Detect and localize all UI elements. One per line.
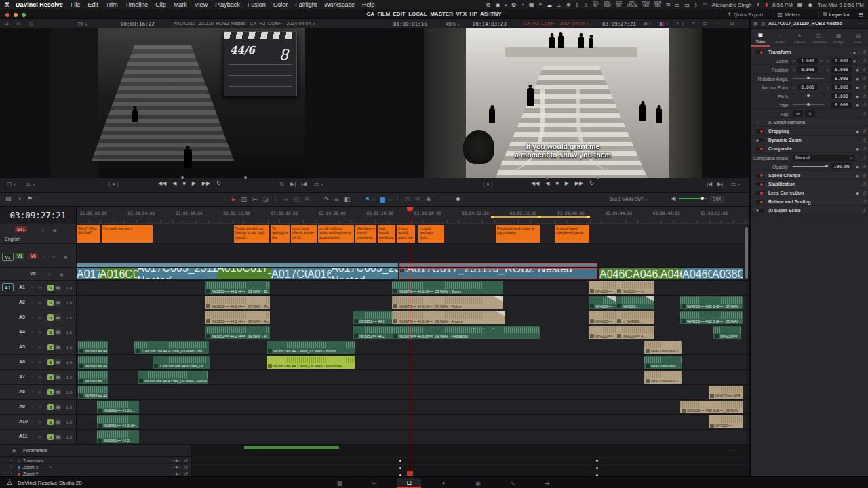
display-mirror-icon[interactable]: ⧉ xyxy=(666,1,670,8)
video-clip[interactable]: A016C017_231110_ROBZ ... xyxy=(217,268,271,279)
audio-track-label[interactable]: A9 xyxy=(19,404,25,409)
audio-clip[interactable]: IW4220== xyxy=(709,415,743,428)
user-icon[interactable]: ☻ xyxy=(807,2,812,8)
inspector-row-flip[interactable]: Flip⇄⇅↺ xyxy=(751,109,868,118)
audio-clip[interactable]: IW4220== xyxy=(713,326,741,339)
audio-clip[interactable]: IW4229== 46A 1 xyxy=(589,311,616,324)
menu-view[interactable]: View xyxy=(195,1,208,8)
audio-clip[interactable]: IW3951== 44.2 t... xyxy=(97,401,139,413)
reset-icon[interactable]: ↺ xyxy=(184,465,188,470)
shutter-icon[interactable]: ❂ xyxy=(512,2,517,8)
dynamic-trim-mode-icon[interactable]: ◪ xyxy=(263,196,269,203)
razor-edit-mode-icon[interactable]: ✂ xyxy=(252,196,258,203)
curve-editor-icon[interactable]: ⌒ xyxy=(4,448,9,455)
playhead[interactable] xyxy=(410,211,410,476)
solo-button[interactable]: S xyxy=(47,329,54,336)
solo-button[interactable]: S xyxy=(47,419,54,425)
window-icon[interactable]: ▪ xyxy=(505,2,507,8)
track-lock-icon[interactable]: ▫ xyxy=(31,345,33,349)
gang-viewers-icon[interactable]: 🜁∨ xyxy=(26,181,35,187)
subtitle-clip[interactable]: most loyal clients a one-off di... xyxy=(291,225,317,243)
toggle-transform[interactable] xyxy=(755,50,764,54)
mute-button[interactable]: M xyxy=(55,314,61,321)
solo-button[interactable]: S xyxy=(47,389,54,395)
solo-button[interactable]: S xyxy=(47,300,54,306)
auto-select-icon[interactable]: ‹|› xyxy=(38,315,42,319)
menu-workspace[interactable]: Workspace xyxy=(324,1,355,8)
inspector-row-position[interactable]: Positionx0.000y0.000◆↺ xyxy=(751,65,868,74)
auto-select-icon[interactable]: ‹|› xyxy=(38,434,42,439)
solo-button[interactable]: S xyxy=(47,359,54,365)
track-header-a7[interactable]: A7▫‹|›SM1.0 xyxy=(0,370,77,384)
inspector-tab-image[interactable]: ▦Image xyxy=(829,29,848,47)
page-deliver[interactable]: ➔ xyxy=(535,478,559,488)
audio-clip[interactable]: IW3973== 44.6 t8==_03.WAV - Boom xyxy=(392,281,503,294)
expand-viewer-icon[interactable]: ⊡ xyxy=(730,20,734,26)
inspector-row-stabilization[interactable]: Stabilization↺ xyxy=(751,180,868,188)
grid-icon[interactable]: ▦ xyxy=(529,2,534,8)
audio-track-label[interactable]: A1 xyxy=(19,285,25,289)
dim-audio-button[interactable]: DIM xyxy=(710,196,724,203)
timeline-vertical-scrollbar[interactable] xyxy=(745,227,748,279)
track-lock-icon[interactable]: ▫ xyxy=(43,254,45,258)
yaw-slider[interactable] xyxy=(793,104,824,105)
audio-clip[interactable]: IW3961== 44.4 xyxy=(78,341,108,354)
minimized-video-clip-selected[interactable] xyxy=(399,263,597,267)
track-header-st1[interactable]: ST1▫‹|›▣English xyxy=(0,224,77,243)
mute-button[interactable]: M xyxy=(55,300,61,306)
zoom-x-value[interactable]: 1.093 xyxy=(797,58,818,64)
position-x-value[interactable]: 0.000 xyxy=(797,66,818,73)
menu-trim[interactable]: Trim xyxy=(106,1,118,8)
inspector-row-composite-mode[interactable]: Composite ModeNormal∨↺ xyxy=(751,153,868,162)
mute-button[interactable]: M xyxy=(55,344,61,350)
keyframe-editor-icon[interactable]: ◆ xyxy=(12,448,16,453)
go-to-first-frame-button[interactable]: ◀◀ xyxy=(531,180,539,186)
menu-mark[interactable]: Mark xyxy=(174,1,187,8)
loop-button[interactable]: ↻ xyxy=(216,180,221,186)
video-track-label[interactable]: V5 xyxy=(30,271,36,276)
toggle-ai-super-scale[interactable] xyxy=(755,209,764,213)
inspector-tab-effects[interactable]: ✦Effects xyxy=(790,29,810,47)
audio-clip[interactable]: ♫IW3961== 44.4 t3==_03.WAV - Bo... xyxy=(134,341,209,354)
timeline-zoom-custom-icon[interactable]: ⊕ xyxy=(426,196,431,203)
audio-clip[interactable]: IW3961== 44.4 xyxy=(78,356,108,369)
keyframe-area[interactable]: ··· xyxy=(192,445,749,477)
timeline-zoom-detail-icon[interactable]: ⊟ xyxy=(415,196,420,203)
audio-track-label[interactable]: A10 xyxy=(19,419,28,424)
audio-track-label[interactable]: A5 xyxy=(19,344,25,349)
crop-tool-icon[interactable]: ▭ xyxy=(703,20,708,26)
snow-icon[interactable]: ❄ xyxy=(566,2,571,8)
track-header-a5[interactable]: A5▫‹|›SM1.0 xyxy=(0,340,77,354)
audio-clip[interactable]: ♫IW4229... xyxy=(616,311,654,324)
audio-track-label[interactable]: A7 xyxy=(19,374,25,379)
menu-fairlight[interactable]: Fairlight xyxy=(295,1,317,8)
audio-clip[interactable]: IW4229== 46A 1 xyxy=(589,281,616,294)
settings-icon[interactable]: ⚙ xyxy=(486,2,491,8)
waveform-view-icon[interactable]: ▥ xyxy=(28,20,34,26)
davinci-logo[interactable]: ⧊ xyxy=(7,479,12,487)
solo-button[interactable]: S xyxy=(47,374,54,380)
mute-button[interactable]: M xyxy=(55,404,61,410)
marked-range[interactable] xyxy=(492,216,590,218)
retime-curve-icon[interactable]: ↷ xyxy=(324,196,330,203)
audio-clip[interactable]: IW4225== 46B 3 t9==_07.WAV - A... xyxy=(680,296,743,309)
mute-button[interactable]: M xyxy=(55,434,61,440)
jog-wheel-right[interactable]: ( ● ) xyxy=(483,181,493,187)
mute-button[interactable]: M xyxy=(55,419,61,425)
subtitle-track-badge[interactable]: ST1 xyxy=(15,226,27,232)
step-back-button[interactable]: ◀ xyxy=(172,180,176,186)
auto-select-icon[interactable]: ‹|› xyxy=(38,330,42,334)
audio-track-label[interactable]: A3 xyxy=(19,314,25,319)
rotation-angle-slider[interactable] xyxy=(793,78,824,79)
parameter-row-zoom-x[interactable]: ⌒▫Zoom X∞‹◆›↺ xyxy=(0,464,192,470)
solo-button[interactable]: S xyxy=(47,285,54,291)
audio-clip[interactable]: IW3952== 44.2 xyxy=(353,311,392,324)
flag-marker-dropdown[interactable]: ∨ xyxy=(372,197,375,201)
acquire-grab-still-icon[interactable]: ◑ xyxy=(18,195,21,202)
add-marker-icon[interactable]: ▆ xyxy=(380,196,385,203)
solo-button[interactable]: S xyxy=(47,434,54,440)
video-clip[interactable]: A017C005_231110_ROBZ Nested xyxy=(137,268,217,279)
link-icon[interactable]: ∞ xyxy=(49,465,52,469)
audio-clip[interactable]: IW3952== 44.2 t4==_09.WAV - P... xyxy=(205,326,270,339)
video-clip[interactable]: A017C0... xyxy=(77,268,100,279)
